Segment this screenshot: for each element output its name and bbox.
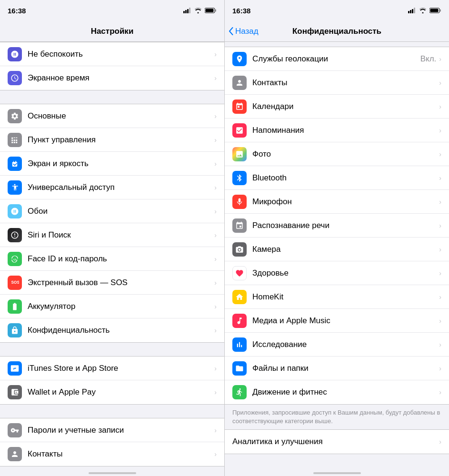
chevron-icon: › xyxy=(439,317,441,325)
siri-icon xyxy=(8,228,22,242)
contacts-right-icon xyxy=(232,76,247,90)
svg-rect-15 xyxy=(430,9,439,12)
sidebar-item-privacy[interactable]: Конфиденциальность › xyxy=(0,318,224,342)
battery-row-icon xyxy=(8,299,22,314)
itunes-label: iTunes Store и App Store xyxy=(28,364,214,373)
right-time: 16:38 xyxy=(232,7,250,15)
left-group-3: iTunes Store и App Store › Wallet и Appl… xyxy=(0,356,224,405)
left-nav-bar: Настройки xyxy=(0,21,224,42)
chevron-icon: › xyxy=(214,365,217,372)
left-group-4: Пароли и учетные записи › Контакты › xyxy=(0,418,224,466)
reminders-label: Напоминания xyxy=(252,126,439,135)
camera-label: Камера xyxy=(252,245,439,254)
privacy-item-speech[interactable]: Распознавание речи › xyxy=(225,214,449,238)
screen-time-label: Экранное время xyxy=(28,73,214,83)
battery-label: Аккумулятор xyxy=(28,302,214,311)
divider-1 xyxy=(0,90,224,104)
svg-rect-0 xyxy=(183,11,185,13)
svg-rect-9 xyxy=(408,11,409,13)
chevron-icon: › xyxy=(214,279,217,287)
privacy-item-photos[interactable]: Фото › xyxy=(225,142,449,166)
svg-text:SOS: SOS xyxy=(11,280,20,285)
privacy-item-reminders[interactable]: Напоминания › xyxy=(225,119,449,142)
contacts-right-label: Контакты xyxy=(252,78,439,88)
privacy-item-calendars[interactable]: Календари › xyxy=(225,95,449,119)
sidebar-item-general[interactable]: Основные › xyxy=(0,104,224,128)
chevron-icon: › xyxy=(439,341,441,348)
chevron-icon: › xyxy=(439,127,441,134)
privacy-item-microphone[interactable]: Микрофон › xyxy=(225,190,449,214)
privacy-label: Конфиденциальность xyxy=(28,326,214,335)
chevron-icon: › xyxy=(439,246,441,253)
chevron-icon: › xyxy=(214,426,217,434)
passwords-label: Пароли и учетные записи xyxy=(28,426,214,435)
sidebar-item-siri[interactable]: Siri и Поиск › xyxy=(0,223,224,247)
left-time: 16:38 xyxy=(8,7,26,15)
right-scroll-indicator xyxy=(313,472,361,474)
right-status-bar: 16:38 xyxy=(225,0,449,21)
svg-rect-6 xyxy=(206,9,214,12)
signal-icon xyxy=(183,8,191,13)
calendars-label: Календари xyxy=(252,102,439,111)
privacy-item-contacts[interactable]: Контакты › xyxy=(225,71,449,95)
passwords-icon xyxy=(8,423,22,437)
privacy-item-files[interactable]: Файлы и папки › xyxy=(225,357,449,380)
privacy-item-bluetooth[interactable]: Bluetooth › xyxy=(225,166,449,190)
face-id-label: Face ID и код-пароль xyxy=(28,254,214,264)
speech-label: Распознавание речи xyxy=(252,221,439,230)
bluetooth-icon xyxy=(232,171,247,185)
privacy-item-media[interactable]: Медиа и Apple Music › xyxy=(225,309,449,333)
privacy-item-homekit[interactable]: HomeKit › xyxy=(225,285,449,309)
chevron-icon: › xyxy=(439,269,441,277)
wifi-icon-r xyxy=(419,8,427,13)
sidebar-item-itunes[interactable]: iTunes Store и App Store › xyxy=(0,357,224,380)
privacy-item-research[interactable]: Исследование › xyxy=(225,333,449,357)
chevron-icon: › xyxy=(214,50,217,58)
privacy-item-motion[interactable]: Движение и фитнес › xyxy=(225,380,449,404)
svg-rect-3 xyxy=(189,8,190,13)
health-label: Здоровье xyxy=(252,268,439,278)
chevron-icon: › xyxy=(439,150,441,158)
svg-point-7 xyxy=(14,184,16,185)
sidebar-item-wallpaper[interactable]: Обои › xyxy=(0,199,224,223)
privacy-item-camera[interactable]: Камера › xyxy=(225,238,449,261)
left-scroll-indicator xyxy=(89,472,136,474)
chevron-icon: › xyxy=(439,222,441,229)
general-icon xyxy=(8,109,22,123)
privacy-item-analytics[interactable]: Аналитика и улучшения › xyxy=(225,430,449,454)
sidebar-item-wallet[interactable]: Wallet и Apple Pay › xyxy=(0,380,224,404)
left-status-bar: 16:38 xyxy=(0,0,224,21)
sidebar-item-passwords[interactable]: Пароли и учетные записи › xyxy=(0,418,224,442)
sidebar-item-screen-time[interactable]: Экранное время › xyxy=(0,66,224,90)
microphone-label: Микрофон xyxy=(252,197,439,207)
sidebar-item-sos[interactable]: SOS Экстренный вызов — SOS › xyxy=(0,271,224,295)
back-button[interactable]: Назад xyxy=(229,27,259,36)
media-label: Медиа и Apple Music xyxy=(252,316,439,326)
sidebar-item-do-not-disturb[interactable]: Не беспокоить › xyxy=(0,42,224,66)
wifi-icon xyxy=(194,8,202,13)
sidebar-item-display[interactable]: Экран и яркость › xyxy=(0,152,224,176)
chevron-icon: › xyxy=(439,293,441,301)
chevron-icon: › xyxy=(439,55,441,63)
right-settings-scroll[interactable]: Службы геолокации Вкл. › Контакты › Кале… xyxy=(225,47,449,470)
privacy-item-health[interactable]: Здоровье › xyxy=(225,261,449,285)
general-label: Основные xyxy=(28,111,214,121)
svg-rect-14 xyxy=(440,10,441,12)
sidebar-item-control-center[interactable]: Пункт управления › xyxy=(0,128,224,152)
privacy-item-location[interactable]: Службы геолокации Вкл. › xyxy=(225,47,449,71)
do-not-disturb-label: Не беспокоить xyxy=(28,50,214,59)
right-main-group: Службы геолокации Вкл. › Контакты › Кале… xyxy=(225,47,449,405)
screen-time-icon xyxy=(8,71,22,85)
chevron-icon: › xyxy=(214,327,217,334)
divider-4 xyxy=(0,466,224,470)
accessibility-label: Универсальный доступ xyxy=(28,183,214,192)
sidebar-item-accessibility[interactable]: Универсальный доступ › xyxy=(0,176,224,199)
reminders-icon xyxy=(232,123,247,138)
chevron-icon: › xyxy=(439,198,441,206)
chevron-icon: › xyxy=(214,74,217,82)
sidebar-item-battery[interactable]: Аккумулятор › xyxy=(0,295,224,318)
divider-2 xyxy=(0,343,224,356)
sidebar-item-face-id[interactable]: Face ID и код-пароль › xyxy=(0,247,224,271)
left-settings-scroll[interactable]: Не беспокоить › Экранное время › Основны… xyxy=(0,42,224,470)
sidebar-item-contacts[interactable]: Контакты › xyxy=(0,442,224,466)
